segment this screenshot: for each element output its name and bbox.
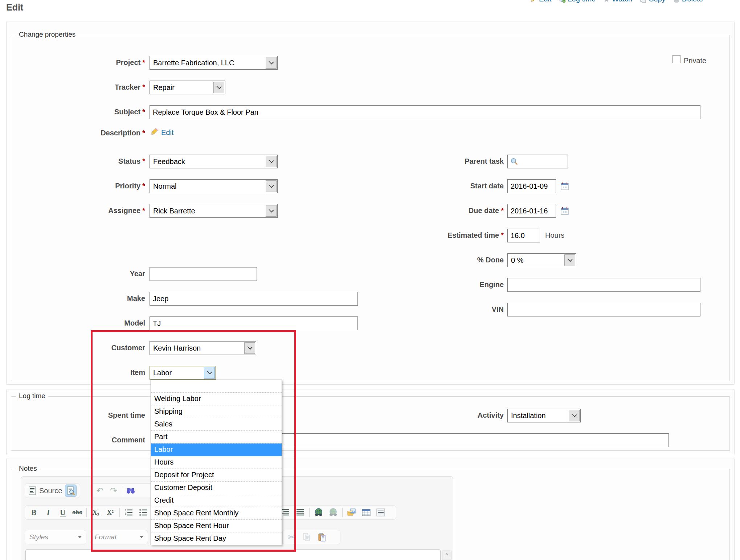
trash-icon bbox=[673, 0, 680, 3]
insert-table-button[interactable] bbox=[361, 507, 372, 518]
due-date-input[interactable] bbox=[507, 204, 556, 218]
parent-task-label: Parent task bbox=[395, 157, 504, 165]
private-checkbox[interactable] bbox=[672, 55, 680, 63]
assignee-select[interactable]: Rick Barrette bbox=[150, 204, 278, 218]
log-time-legend: Log time bbox=[16, 392, 48, 400]
chevron-down-icon bbox=[266, 205, 277, 217]
start-date-input[interactable] bbox=[507, 179, 556, 193]
bold-button[interactable]: B bbox=[28, 507, 39, 518]
preview-icon bbox=[67, 486, 75, 495]
status-select[interactable]: Feedback bbox=[150, 155, 278, 168]
underline-button[interactable]: U bbox=[57, 507, 68, 518]
copy-button[interactable] bbox=[301, 531, 312, 543]
issue-edit-page: Edit Log time Watch Copy Delete Edit Cha… bbox=[0, 0, 740, 560]
toolbar-separator bbox=[309, 508, 310, 517]
justify-block-button[interactable] bbox=[295, 507, 306, 518]
toolbar-separator bbox=[86, 508, 87, 517]
subject-label: Subject* bbox=[36, 108, 145, 116]
delete-link[interactable]: Delete bbox=[673, 0, 703, 3]
unlink-icon bbox=[328, 508, 338, 517]
table-icon bbox=[361, 508, 371, 517]
copy-link[interactable]: Copy bbox=[639, 0, 666, 3]
assignee-label: Assignee* bbox=[36, 207, 145, 215]
log-time-link-label: Log time bbox=[568, 0, 596, 3]
priority-select-value: Normal bbox=[150, 182, 176, 191]
year-input[interactable] bbox=[150, 267, 257, 281]
edit-link-label: Edit bbox=[539, 0, 551, 3]
page-title: Edit bbox=[6, 2, 23, 13]
toolbar-separator bbox=[342, 508, 343, 517]
estimated-time-unit: Hours bbox=[545, 231, 564, 240]
vin-label: VIN bbox=[395, 305, 504, 314]
required-marker: * bbox=[142, 58, 145, 66]
paste-icon bbox=[318, 533, 326, 541]
percent-done-select-value: 0 % bbox=[508, 256, 523, 265]
assignee-select-value: Rick Barrette bbox=[150, 207, 195, 215]
chevron-down-icon bbox=[266, 156, 277, 167]
vin-input[interactable] bbox=[507, 303, 700, 316]
description-edit-link[interactable]: Edit bbox=[161, 128, 173, 137]
copy-icon bbox=[303, 533, 311, 541]
project-select-value: Barrette Fabrication, LLC bbox=[150, 59, 234, 67]
calendar-icon[interactable] bbox=[561, 207, 569, 215]
clock-add-icon bbox=[559, 0, 566, 3]
model-input[interactable] bbox=[150, 316, 358, 330]
tracker-select[interactable]: Repair bbox=[150, 81, 225, 94]
image-icon bbox=[347, 508, 356, 517]
tracker-select-value: Repair bbox=[150, 83, 175, 92]
link-icon bbox=[314, 508, 323, 517]
paste-button[interactable] bbox=[316, 531, 327, 543]
watch-link[interactable]: Watch bbox=[603, 0, 632, 3]
chevron-down-icon bbox=[266, 57, 277, 69]
remove-link-button[interactable] bbox=[328, 507, 339, 518]
search-icon bbox=[510, 158, 518, 165]
div-block-icon bbox=[376, 508, 385, 517]
status-select-value: Feedback bbox=[150, 158, 185, 166]
context-toolbar: Edit Log time Watch Copy Delete bbox=[530, 0, 703, 3]
status-label: Status* bbox=[36, 157, 145, 165]
insert-link-button[interactable] bbox=[313, 507, 324, 518]
strikethrough-button[interactable]: abc bbox=[72, 507, 83, 518]
editor-source-group: Source bbox=[25, 483, 80, 498]
activity-select[interactable]: Installation bbox=[507, 409, 581, 422]
engine-input[interactable] bbox=[507, 278, 700, 292]
justify-block-icon bbox=[296, 508, 304, 516]
triangle-down-icon bbox=[78, 536, 82, 538]
chevron-down-icon bbox=[213, 82, 224, 93]
subject-input[interactable] bbox=[150, 105, 700, 119]
priority-label: Priority* bbox=[36, 182, 145, 190]
engine-label: Engine bbox=[395, 281, 504, 289]
description-label: Description* bbox=[36, 129, 145, 137]
estimated-time-label: Estimated time* bbox=[395, 231, 504, 240]
private-label: Private bbox=[684, 57, 706, 65]
chevron-down-icon bbox=[564, 254, 575, 266]
model-label: Model bbox=[36, 319, 145, 327]
edit-link[interactable]: Edit bbox=[530, 0, 551, 3]
project-select[interactable]: Barrette Fabrication, LLC bbox=[150, 56, 278, 70]
scrollbar-up-button[interactable]: ^ bbox=[442, 551, 451, 560]
start-date-label: Start date bbox=[395, 182, 504, 190]
star-icon bbox=[603, 0, 610, 3]
preview-button[interactable] bbox=[65, 485, 77, 497]
due-date-label: Due date* bbox=[395, 207, 504, 215]
percent-done-select[interactable]: 0 % bbox=[507, 253, 576, 267]
priority-select[interactable]: Normal bbox=[150, 179, 278, 193]
chevron-down-icon bbox=[569, 410, 580, 421]
make-input[interactable] bbox=[150, 292, 358, 306]
calendar-icon[interactable] bbox=[561, 182, 569, 190]
notes-legend: Notes bbox=[16, 465, 40, 473]
copy-link-label: Copy bbox=[649, 0, 666, 3]
activity-label: Activity bbox=[395, 411, 504, 420]
insert-image-button[interactable] bbox=[346, 507, 357, 518]
copy-icon bbox=[639, 0, 647, 3]
styles-dropdown[interactable]: Styles bbox=[25, 530, 86, 544]
insert-block-button[interactable] bbox=[375, 507, 386, 518]
delete-link-label: Delete bbox=[682, 0, 703, 3]
log-time-link[interactable]: Log time bbox=[559, 0, 596, 3]
estimated-time-input[interactable] bbox=[507, 229, 540, 242]
italic-button[interactable]: I bbox=[43, 507, 54, 518]
pencil-icon bbox=[150, 128, 158, 136]
watch-link-label: Watch bbox=[612, 0, 632, 3]
source-document-icon bbox=[28, 486, 36, 495]
source-button[interactable]: Source bbox=[39, 487, 62, 495]
